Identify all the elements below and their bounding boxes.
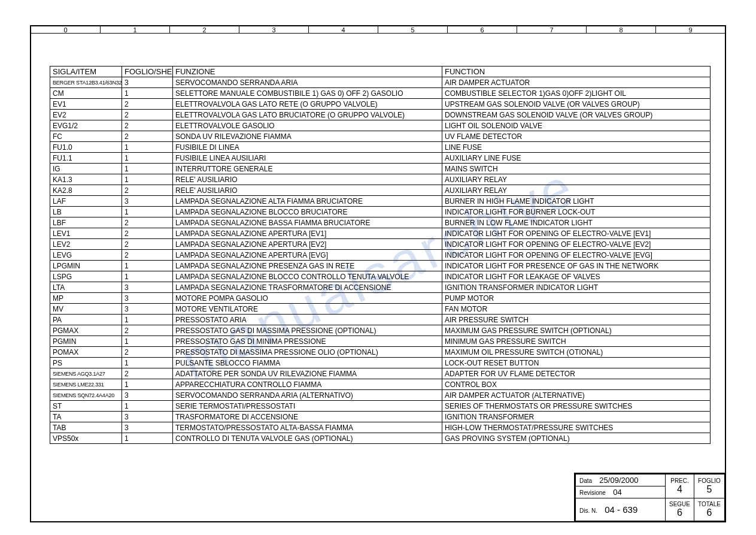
table-row: EV12ELETTROVALVOLA GAS LATO RETE (O GRUP…: [50, 99, 711, 110]
cell-funzione: TRASFORMATORE DI ACCENSIONE: [173, 412, 442, 422]
cell-function: AUXILIARY RELAY: [442, 185, 711, 196]
cell-sigla: KA2.8: [50, 185, 122, 196]
cell-function: LIGHT OIL SOLENOID VALVE: [442, 120, 711, 131]
cell-funzione: MOTORE VENTILATORE: [173, 304, 442, 315]
cell-funzione: SELETTORE MANUALE COMBUSTIBILE 1) GAS 0)…: [173, 88, 442, 99]
cell-function: AUXILIARY RELAY: [442, 174, 711, 185]
cell-foglio: 1: [122, 271, 173, 282]
table-row: FU1.11FUSIBILE LINEA AUSILIARIAUXILIARY …: [50, 153, 711, 164]
col-funzione: FUNZIONE: [173, 67, 442, 77]
cell-function: MINIMUM GAS PRESSURE SWITCH: [442, 336, 711, 347]
cell-funzione: SERVOCOMANDO SERRANDA ARIA: [173, 77, 442, 88]
table-row: CM1SELETTORE MANUALE COMBUSTIBILE 1) GAS…: [50, 88, 711, 99]
tb-dis-label: Dis. N.: [579, 507, 597, 514]
cell-function: INDICATOR LIGHT FOR LEAKAGE OF VALVES: [442, 271, 711, 282]
cell-function: AIR DAMPER ACTUATOR: [442, 77, 711, 88]
cell-function: LOCK-OUT RESET BUTTON: [442, 358, 711, 368]
cell-funzione: RELE' AUSILIARIO: [173, 174, 442, 185]
table-row: TA3TRASFORMATORE DI ACCENSIONEIGNITION T…: [50, 412, 711, 422]
cell-funzione: SERIE TERMOSTATI/PRESSOSTATI: [173, 401, 442, 412]
cell-function: INDICATOR LIGHT FOR OPENING OF ELECTRO-V…: [442, 239, 711, 250]
cell-funzione: LAMPADA SEGNALAZIONE ALTA FIAMMA BRUCIAT…: [173, 196, 442, 207]
cell-sigla: SIEMENS SQN72.4A4A20: [50, 390, 122, 401]
table-row: MP3MOTORE POMPA GASOLIOPUMP MOTOR: [50, 293, 711, 304]
cell-sigla: TA: [50, 412, 122, 422]
cell-foglio: 3: [122, 304, 173, 315]
table-row: FC2SONDA UV RILEVAZIONE FIAMMAUV FLAME D…: [50, 131, 711, 142]
cell-sigla: LBF: [50, 217, 122, 228]
table-row: PS1PULSANTE SBLOCCO FIAMMALOCK-OUT RESET…: [50, 358, 711, 368]
cell-foglio: 1: [122, 379, 173, 390]
tb-foglio-value: 5: [698, 484, 721, 495]
title-block: Data 25/09/2000 PREC. 4 FOGLIO 5 Revisio…: [574, 473, 726, 522]
cell-function: IGNITION TRANSFORMER INDICATOR LIGHT: [442, 282, 711, 293]
col-sigla: SIGLA/ITEM: [50, 67, 122, 77]
cell-function: LINE FUSE: [442, 142, 711, 153]
cell-sigla: MP: [50, 293, 122, 304]
cell-funzione: ADATTATORE PER SONDA UV RILEVAZIONE FIAM…: [173, 368, 442, 379]
table-row: EV22ELETTROVALVOLA GAS LATO BRUCIATORE (…: [50, 110, 711, 120]
cell-function: HIGH-LOW THERMOSTAT/PRESSURE SWITCHES: [442, 422, 711, 433]
cell-function: BURNER IN LOW FLAME INDICATOR LIGHT: [442, 217, 711, 228]
cell-sigla: EVG1/2: [50, 120, 122, 131]
cell-sigla: LB: [50, 207, 122, 217]
table-row: SIEMENS SQN72.4A4A203SERVOCOMANDO SERRAN…: [50, 390, 711, 401]
cell-sigla: SIEMENS LME22.331: [50, 379, 122, 390]
tb-rev-value: 04: [613, 488, 621, 497]
tb-data-value: 25/09/2000: [599, 476, 638, 485]
cell-foglio: 2: [122, 347, 173, 358]
table-row: SIEMENS LME22.3311APPARECCHIATURA CONTRO…: [50, 379, 711, 390]
cell-foglio: 1: [122, 401, 173, 412]
cell-sigla: LSPG: [50, 271, 122, 282]
cell-funzione: SONDA UV RILEVAZIONE FIAMMA: [173, 131, 442, 142]
cell-foglio: 2: [122, 217, 173, 228]
tb-totale-value: 6: [698, 507, 721, 518]
cell-funzione: FUSIBILE DI LINEA: [173, 142, 442, 153]
tb-prec-label: PREC.: [669, 477, 690, 484]
cell-function: MAXIMUM GAS PRESSURE SWITCH (OPTIONAL): [442, 325, 711, 336]
cell-sigla: LTA: [50, 282, 122, 293]
table-row: LTA3LAMPADA SEGNALAZIONE TRASFORMATORE D…: [50, 282, 711, 293]
table-row: LEV22LAMPADA SEGNALAZIONE APERTURA [EV2]…: [50, 239, 711, 250]
cell-foglio: 3: [122, 422, 173, 433]
cell-sigla: PA: [50, 315, 122, 325]
cell-funzione: LAMPADA SEGNALAZIONE BLOCCO BRUCIATORE: [173, 207, 442, 217]
cell-foglio: 1: [122, 153, 173, 164]
cell-foglio: 1: [122, 142, 173, 153]
cell-sigla: ST: [50, 401, 122, 412]
cell-foglio: 2: [122, 368, 173, 379]
tb-rev-label: Revisione: [579, 489, 606, 496]
table-header-row: SIGLA/ITEM FOGLIO/SHEET FUNZIONE FUNCTIO…: [50, 67, 711, 77]
cell-sigla: LEVG: [50, 250, 122, 261]
tb-segue-value: 6: [669, 507, 690, 518]
cell-funzione: CONTROLLO DI TENUTA VALVOLE GAS (OPTIONA…: [173, 433, 442, 444]
cell-foglio: 1: [122, 164, 173, 174]
cell-foglio: 3: [122, 196, 173, 207]
cell-funzione: LAMPADA SEGNALAZIONE BLOCCO CONTROLLO TE…: [173, 271, 442, 282]
cell-function: INDICATOR LIGHT FOR PRESENCE OF GAS IN T…: [442, 261, 711, 271]
table-row: FU1.01FUSIBILE DI LINEALINE FUSE: [50, 142, 711, 153]
table-row: LAF3LAMPADA SEGNALAZIONE ALTA FIAMMA BRU…: [50, 196, 711, 207]
cell-funzione: PRESSOSTATO DI MASSIMA PRESSIONE OLIO (O…: [173, 347, 442, 358]
cell-function: INDICATOR LIGHT FOR BURNER LOCK-OUT: [442, 207, 711, 217]
cell-sigla: POMAX: [50, 347, 122, 358]
table-row: VPS50x1CONTROLLO DI TENUTA VALVOLE GAS (…: [50, 433, 711, 444]
cell-sigla: TAB: [50, 422, 122, 433]
tb-dis-value: 04 - 639: [605, 504, 637, 515]
cell-funzione: PRESSOSTATO GAS DI MINIMA PRESSIONE: [173, 336, 442, 347]
drawing-frame: manualsarchive SIGLA/ITEM FOGLIO/SHEET F…: [30, 25, 726, 522]
col-foglio: FOGLIO/SHEET: [122, 67, 173, 77]
cell-funzione: ELETTROVALVOLA GAS LATO RETE (O GRUPPO V…: [173, 99, 442, 110]
cell-function: AIR DAMPER ACTUATOR (ALTERNATIVE): [442, 390, 711, 401]
cell-foglio: 3: [122, 412, 173, 422]
cell-foglio: 3: [122, 390, 173, 401]
cell-function: AIR PRESSURE SWITCH: [442, 315, 711, 325]
cell-foglio: 1: [122, 315, 173, 325]
cell-function: FAN MOTOR: [442, 304, 711, 315]
cell-funzione: INTERRUTTORE GENERALE: [173, 164, 442, 174]
cell-sigla: LPGMIN: [50, 261, 122, 271]
table-row: PGMAX2PRESSOSTATO GAS DI MASSIMA PRESSIO…: [50, 325, 711, 336]
tb-prec-value: 4: [669, 484, 690, 495]
cell-funzione: FUSIBILE LINEA AUSILIARI: [173, 153, 442, 164]
cell-function: INDICATOR LIGHT FOR OPENING OF ELECTRO-V…: [442, 228, 711, 239]
